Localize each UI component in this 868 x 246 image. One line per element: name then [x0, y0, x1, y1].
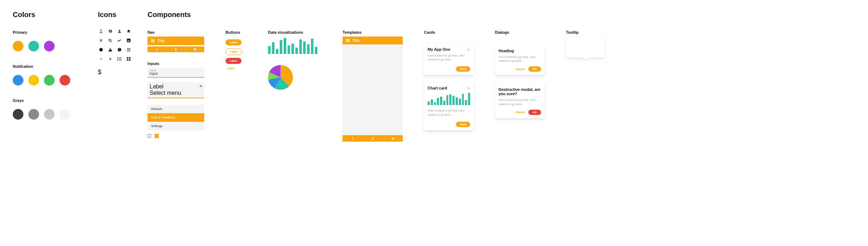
bar	[452, 96, 455, 105]
dialog-basic: Heading Card content to go here, card co…	[495, 45, 545, 75]
components-heading: Components	[148, 11, 855, 19]
nav-tab-gear[interactable]	[185, 47, 204, 52]
dialog-cancel[interactable]: Cancel	[516, 111, 525, 114]
svg-rect-7	[117, 58, 118, 58]
plus-icon	[107, 56, 113, 62]
close-icon	[98, 37, 104, 44]
color-swatch	[13, 109, 23, 120]
checkbox-unchecked[interactable]	[148, 134, 151, 138]
bar	[295, 48, 298, 54]
dialog-ok[interactable]: OK	[528, 66, 541, 72]
dialog-destructive: Destructive modal, are you sure? Card co…	[495, 84, 545, 118]
svg-rect-8	[117, 59, 118, 59]
card-action-button[interactable]: Stats	[456, 66, 470, 72]
gear-icon[interactable]: ⚙	[467, 48, 470, 51]
menu-item-help[interactable]: Help & Feedback	[148, 113, 204, 122]
button-outline[interactable]: Label	[226, 48, 242, 55]
notification-label: Notifcation	[13, 64, 80, 69]
card-action-button[interactable]: Stats	[456, 122, 470, 127]
svg-rect-15	[127, 59, 128, 61]
dollar-icon: $	[98, 69, 130, 76]
button-link[interactable]: Label	[226, 67, 234, 70]
menu-item-refresh[interactable]: Refresh	[148, 105, 204, 113]
bar	[291, 44, 294, 54]
bar-chart-icon	[126, 37, 132, 44]
grid-icon	[126, 56, 132, 62]
tooltip	[566, 37, 604, 58]
person-icon	[116, 28, 123, 34]
text-input-label: Label	[150, 69, 202, 72]
svg-rect-16	[129, 59, 130, 61]
bottom-tab-gear[interactable]	[383, 135, 403, 142]
nav-title: Title	[157, 39, 165, 43]
bar	[462, 94, 464, 105]
menu-list: Refresh Help & Feedback Settings	[148, 105, 204, 130]
bottom-tab-anchor[interactable]	[343, 135, 363, 142]
button-filled[interactable]: Label	[226, 39, 241, 45]
warning-icon	[107, 47, 113, 53]
nav-tabs: $	[148, 47, 204, 52]
color-swatch	[13, 75, 23, 86]
hamburger-icon[interactable]	[151, 39, 155, 42]
dialog-title: Destructive modal, are you sure?	[499, 87, 541, 96]
bar	[449, 94, 451, 105]
colors-heading: Colors	[13, 11, 80, 19]
bar	[284, 38, 286, 54]
grays-label: Grays	[13, 98, 80, 103]
svg-rect-3	[128, 40, 128, 42]
bar	[272, 42, 274, 54]
color-swatch	[60, 109, 70, 120]
color-swatch	[44, 41, 55, 51]
menu-item-settings[interactable]: Settings	[148, 122, 204, 130]
bar-chart	[268, 37, 321, 54]
svg-rect-9	[117, 60, 118, 61]
icon-grid	[98, 28, 130, 62]
bar	[468, 93, 470, 105]
select-input-value: Select menu	[150, 90, 202, 96]
hamburger-icon[interactable]	[346, 39, 350, 42]
icons-heading: Icons	[98, 11, 130, 19]
bar	[268, 46, 271, 54]
primary-label: Primary	[13, 30, 80, 34]
templates-label: Templates	[343, 30, 403, 34]
svg-rect-4	[129, 40, 129, 42]
list-icon	[126, 47, 132, 53]
color-swatch	[13, 41, 23, 51]
nav-bar[interactable]: Title	[148, 37, 204, 45]
template-title: Title	[352, 39, 360, 43]
checkbox-checked[interactable]: ✓	[155, 134, 159, 138]
dropdown-caret-icon	[199, 86, 202, 87]
search-icon	[107, 37, 113, 44]
bar	[440, 97, 442, 105]
svg-point-19	[372, 137, 373, 138]
bar	[276, 49, 278, 54]
template-nav-bar[interactable]: Title	[343, 37, 403, 44]
select-input[interactable]: Label Select menu	[148, 82, 204, 98]
text-input[interactable]: Label Input	[148, 68, 204, 78]
bottom-tab-person[interactable]	[363, 135, 383, 142]
button-danger[interactable]: Label	[226, 58, 241, 64]
svg-point-18	[175, 48, 176, 49]
gear-icon[interactable]: ⚙	[467, 86, 470, 90]
nav-tab-person[interactable]	[167, 47, 186, 52]
bar	[311, 39, 313, 54]
bar	[465, 100, 467, 105]
dialog-cancel[interactable]: Cancel	[516, 67, 525, 71]
svg-rect-12	[119, 60, 122, 60]
dialog-title: Heading	[499, 49, 541, 53]
pie-chart-icon	[98, 47, 104, 53]
color-swatch	[28, 75, 39, 86]
bar	[446, 95, 449, 105]
dialog-ok-danger[interactable]: OK	[528, 110, 541, 115]
bar	[299, 39, 302, 54]
nav-tab-dollar[interactable]: $	[148, 47, 167, 52]
home-icon	[126, 28, 132, 34]
color-swatch	[28, 41, 39, 51]
card-chart: Chart card ⚙ Card content to go here, ca…	[424, 82, 474, 130]
card-title: Chart card	[428, 86, 447, 90]
bar	[443, 101, 445, 105]
card-body: Card content to go here, card content to…	[428, 109, 470, 116]
dialogs-label: Dialogs	[495, 30, 545, 34]
text-input-value: Input	[150, 72, 202, 76]
template-bottom-tabs	[343, 135, 403, 142]
